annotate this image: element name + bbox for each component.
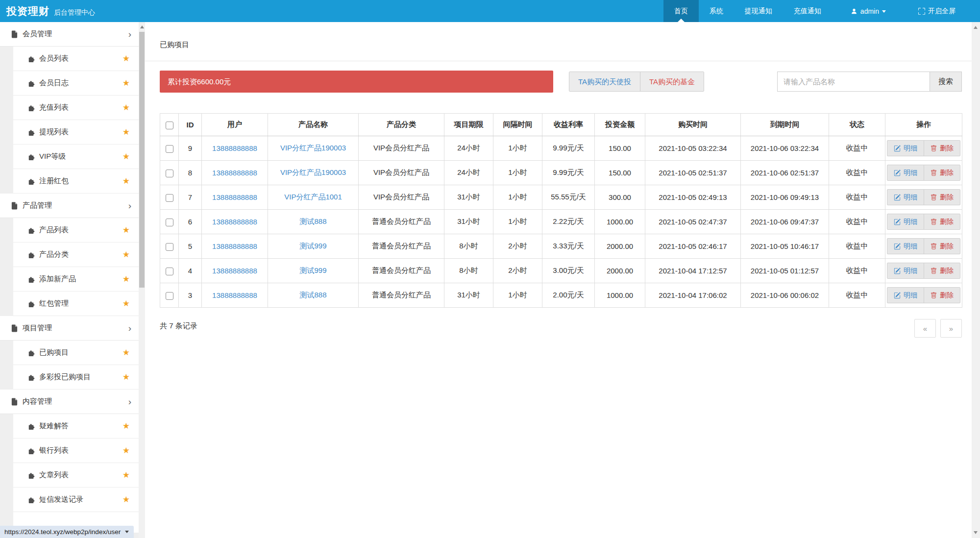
- sidebar-section-header[interactable]: 项目管理›: [0, 316, 139, 341]
- sidebar-item[interactable]: 短信发送记录★: [13, 488, 139, 512]
- sidebar-item[interactable]: 银行列表★: [13, 439, 139, 463]
- user-link[interactable]: 13888888888: [212, 242, 257, 250]
- delete-button[interactable]: 删除: [924, 214, 960, 229]
- user-link[interactable]: 13888888888: [212, 144, 257, 152]
- page-scrollbar[interactable]: [972, 22, 980, 538]
- sidebar-item[interactable]: 产品列表★: [13, 218, 139, 243]
- fullscreen-button[interactable]: 开启全屏: [907, 0, 966, 22]
- detail-button[interactable]: 明细: [887, 141, 924, 156]
- delete-button[interactable]: 删除: [924, 190, 960, 205]
- favorite-star-icon[interactable]: ★: [122, 495, 130, 504]
- delete-button[interactable]: 删除: [924, 239, 960, 254]
- favorite-star-icon[interactable]: ★: [122, 152, 130, 161]
- detail-button[interactable]: 明细: [887, 165, 924, 180]
- cell-amount: 2000.00: [595, 234, 645, 259]
- table-container: ID用户产品名称产品分类项目期限间隔时间收益利率投资金额购买时间到期时间状态操作…: [160, 113, 962, 308]
- delete-button[interactable]: 删除: [924, 263, 960, 278]
- angel-purchases-button[interactable]: TA购买的天使投: [569, 72, 640, 91]
- delete-button[interactable]: 删除: [924, 288, 960, 303]
- nav-item-system[interactable]: 系统: [699, 0, 734, 22]
- scrollbar-thumb[interactable]: [139, 32, 145, 288]
- row-checkbox[interactable]: [166, 219, 173, 226]
- detail-button[interactable]: 明细: [887, 239, 924, 254]
- favorite-star-icon[interactable]: ★: [122, 422, 130, 430]
- product-link[interactable]: 测试999: [299, 242, 326, 250]
- sidebar-scrollbar[interactable]: [139, 22, 145, 538]
- row-checkbox[interactable]: [166, 243, 173, 251]
- search-button[interactable]: 搜索: [930, 72, 962, 92]
- row-checkbox[interactable]: [166, 170, 173, 177]
- detail-button[interactable]: 明细: [887, 263, 924, 278]
- puzzle-icon: [28, 153, 35, 160]
- favorite-star-icon[interactable]: ★: [122, 275, 130, 283]
- sidebar-section-header[interactable]: 产品管理›: [0, 194, 139, 218]
- detail-button[interactable]: 明细: [887, 214, 924, 229]
- search-input[interactable]: [777, 72, 930, 92]
- scroll-up-icon[interactable]: [140, 25, 144, 28]
- sidebar-item[interactable]: 添加新产品★: [13, 267, 139, 292]
- select-all-checkbox[interactable]: [166, 122, 173, 129]
- sidebar-item[interactable]: 充值列表★: [13, 96, 139, 120]
- product-link[interactable]: 测试888: [299, 217, 326, 225]
- row-checkbox[interactable]: [166, 268, 173, 275]
- nav-item-recharge-notice[interactable]: 充值通知: [783, 0, 832, 22]
- favorite-star-icon[interactable]: ★: [122, 250, 130, 259]
- user-link[interactable]: 13888888888: [212, 193, 257, 201]
- delete-button[interactable]: 删除: [924, 141, 960, 156]
- cell-amount: 150.00: [595, 136, 645, 161]
- favorite-star-icon[interactable]: ★: [122, 128, 130, 136]
- nav-item-withdraw-notice[interactable]: 提现通知: [734, 0, 783, 22]
- sidebar-item[interactable]: VIP等级★: [13, 145, 139, 169]
- row-action-group: 明细删除: [887, 238, 960, 254]
- sidebar-item[interactable]: 产品分类★: [13, 243, 139, 267]
- sidebar-item[interactable]: 注册红包★: [13, 169, 139, 194]
- status-url: https://2024.teol.xyz/webp2p/index/user: [4, 528, 121, 536]
- sidebar-item[interactable]: 会员列表★: [13, 47, 139, 71]
- favorite-star-icon[interactable]: ★: [122, 103, 130, 112]
- user-link[interactable]: 13888888888: [212, 218, 257, 226]
- sidebar-section-title: 内容管理: [23, 397, 52, 406]
- row-checkbox[interactable]: [166, 292, 173, 300]
- product-link[interactable]: VIP分红产品190003: [280, 144, 346, 152]
- product-link[interactable]: 测试999: [299, 266, 326, 274]
- nav-item-home[interactable]: 首页: [663, 0, 699, 22]
- prev-page-button[interactable]: «: [914, 319, 936, 338]
- fund-purchases-button[interactable]: TA购买的基金: [640, 72, 704, 91]
- sidebar-item[interactable]: 红包管理★: [13, 292, 139, 316]
- user-link[interactable]: 13888888888: [212, 291, 257, 299]
- scroll-up-icon[interactable]: [974, 26, 978, 29]
- favorite-star-icon[interactable]: ★: [122, 226, 130, 234]
- detail-button[interactable]: 明细: [887, 190, 924, 205]
- scroll-down-icon[interactable]: [974, 531, 978, 534]
- user-menu[interactable]: admin: [840, 0, 897, 22]
- sidebar-item[interactable]: 疑难解答★: [13, 414, 139, 439]
- sidebar-section-header[interactable]: 会员管理›: [0, 22, 139, 47]
- favorite-star-icon[interactable]: ★: [122, 79, 130, 87]
- delete-button[interactable]: 删除: [924, 165, 960, 180]
- favorite-star-icon[interactable]: ★: [122, 348, 130, 357]
- cell-select: [160, 234, 179, 259]
- favorite-star-icon[interactable]: ★: [122, 177, 130, 185]
- product-link[interactable]: VIP分红产品1001: [284, 193, 342, 201]
- favorite-star-icon[interactable]: ★: [122, 54, 130, 63]
- user-link[interactable]: 13888888888: [212, 169, 257, 177]
- row-checkbox[interactable]: [166, 194, 173, 202]
- favorite-star-icon[interactable]: ★: [122, 373, 130, 381]
- user-link[interactable]: 13888888888: [212, 267, 257, 275]
- favorite-star-icon[interactable]: ★: [122, 299, 130, 308]
- favorite-star-icon[interactable]: ★: [122, 446, 130, 455]
- next-page-button[interactable]: »: [940, 319, 962, 338]
- detail-button[interactable]: 明细: [887, 288, 924, 303]
- product-link[interactable]: 测试888: [299, 291, 326, 299]
- cell-product: 测试999: [268, 259, 359, 283]
- sidebar-item[interactable]: 多彩投已购项目★: [13, 365, 139, 390]
- sidebar-item[interactable]: 文章列表★: [13, 463, 139, 488]
- favorite-star-icon[interactable]: ★: [122, 471, 130, 479]
- sidebar-section-title: 产品管理: [23, 201, 52, 210]
- sidebar-item[interactable]: 已购项目★: [13, 341, 139, 365]
- product-link[interactable]: VIP分红产品190003: [280, 168, 346, 176]
- sidebar-item[interactable]: 会员日志★: [13, 71, 139, 96]
- row-checkbox[interactable]: [166, 145, 173, 153]
- sidebar-section-header[interactable]: 内容管理›: [0, 390, 139, 414]
- sidebar-item[interactable]: 提现列表★: [13, 120, 139, 145]
